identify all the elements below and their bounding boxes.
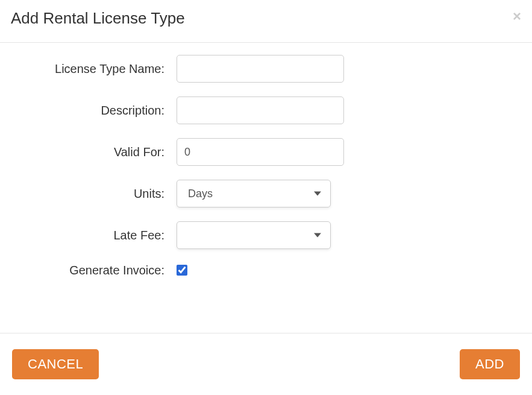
- modal-header: Add Rental License Type ×: [0, 0, 532, 43]
- valid-for-wrapper: [177, 138, 344, 166]
- description-label: Description:: [11, 104, 177, 118]
- form-row-late-fee: Late Fee:: [11, 221, 521, 249]
- generate-invoice-wrapper: [177, 263, 187, 278]
- units-select-wrapper: Days: [177, 180, 331, 207]
- license-type-name-label: License Type Name:: [11, 62, 177, 76]
- valid-for-label: Valid For:: [11, 145, 177, 159]
- units-label: Units:: [11, 187, 177, 201]
- late-fee-wrapper: [177, 221, 331, 249]
- license-type-name-input[interactable]: [177, 55, 344, 83]
- cancel-button[interactable]: CANCEL: [12, 349, 99, 379]
- close-icon: ×: [513, 8, 521, 24]
- late-fee-select-wrapper: [177, 221, 331, 249]
- late-fee-label: Late Fee:: [11, 229, 177, 242]
- add-rental-license-modal: Add Rental License Type × License Type N…: [0, 0, 532, 395]
- modal-body: License Type Name: Description: Valid Fo…: [0, 43, 532, 333]
- modal-footer: CANCEL ADD: [0, 333, 532, 395]
- valid-for-input[interactable]: [177, 138, 344, 166]
- form-row-units: Units: Days: [11, 180, 521, 207]
- description-wrapper: [177, 96, 344, 124]
- form-row-license-type-name: License Type Name:: [11, 55, 521, 83]
- modal-title: Add Rental License Type: [11, 9, 185, 28]
- units-wrapper: Days: [177, 180, 331, 207]
- form-row-generate-invoice: Generate Invoice:: [11, 263, 521, 278]
- form-row-description: Description:: [11, 96, 521, 124]
- generate-invoice-label: Generate Invoice:: [11, 264, 177, 277]
- close-button[interactable]: ×: [513, 9, 521, 24]
- license-type-name-wrapper: [177, 55, 344, 83]
- add-button[interactable]: ADD: [460, 349, 520, 379]
- late-fee-select[interactable]: [177, 221, 331, 249]
- form-row-valid-for: Valid For:: [11, 138, 521, 166]
- generate-invoice-checkbox[interactable]: [177, 265, 187, 276]
- units-select[interactable]: Days: [177, 180, 331, 207]
- description-input[interactable]: [177, 96, 344, 124]
